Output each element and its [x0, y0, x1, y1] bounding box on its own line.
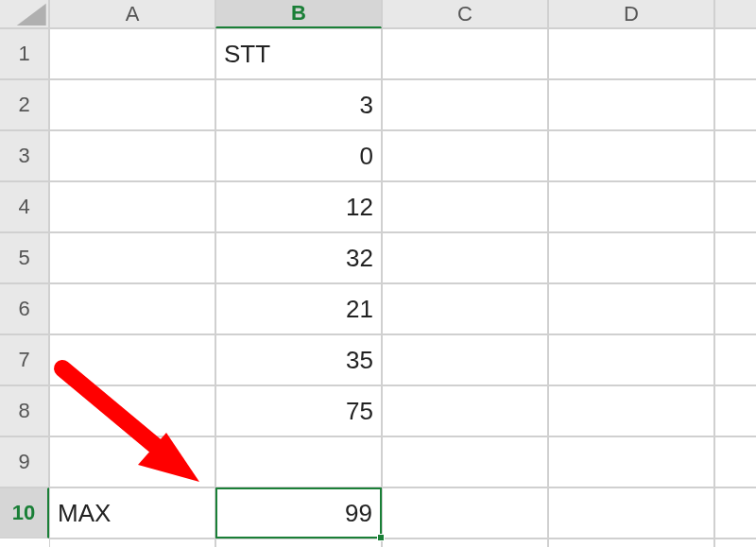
row-header-label: 7: [18, 348, 29, 372]
cell-2[interactable]: [714, 79, 756, 130]
cell-B3[interactable]: 0: [215, 130, 382, 181]
cell-10[interactable]: [714, 487, 756, 538]
annotation-arrow-icon: [43, 350, 223, 501]
cell-D3[interactable]: [548, 130, 714, 181]
cell-B6[interactable]: 21: [215, 283, 382, 334]
cell-D4[interactable]: [548, 181, 714, 232]
column-header-label: D: [624, 2, 639, 26]
cell-A[interactable]: [49, 538, 215, 547]
cell-B10[interactable]: 99: [215, 487, 382, 538]
column-header-label: B: [291, 1, 306, 26]
row-header-4[interactable]: 4: [0, 181, 49, 232]
cell-C4[interactable]: [382, 181, 548, 232]
cell-1[interactable]: [714, 28, 756, 79]
cell-value: 99: [345, 499, 372, 528]
select-all-corner[interactable]: [0, 0, 49, 28]
row-header-1[interactable]: 1: [0, 28, 49, 79]
row-header-8[interactable]: 8: [0, 385, 49, 436]
svg-marker-0: [17, 4, 46, 26]
cell-C[interactable]: [382, 538, 548, 547]
cell-3[interactable]: [714, 130, 756, 181]
row-header-label: 3: [18, 144, 29, 168]
row-header-label: 5: [18, 246, 29, 270]
cell-value: 3: [360, 91, 373, 120]
spreadsheet-grid[interactable]: ABCD 12345678910 STT301232213575MAX99: [0, 0, 756, 547]
cell-value: 32: [346, 244, 373, 273]
cell-C6[interactable]: [382, 283, 548, 334]
select-all-triangle-icon: [0, 0, 48, 27]
cell-D6[interactable]: [548, 283, 714, 334]
row-header-10[interactable]: 10: [0, 487, 49, 538]
cell-6[interactable]: [714, 283, 756, 334]
row-header-9[interactable]: 9: [0, 436, 49, 487]
cell-C7[interactable]: [382, 334, 548, 385]
row-header-2[interactable]: 2: [0, 79, 49, 130]
row-header-label: 4: [18, 195, 29, 219]
cell-B7[interactable]: 35: [215, 334, 382, 385]
column-header-D[interactable]: D: [548, 0, 714, 28]
cell-A4[interactable]: [49, 181, 215, 232]
column-header-B[interactable]: B: [215, 0, 382, 28]
row-header-5[interactable]: 5: [0, 232, 49, 283]
cell-value: 12: [346, 193, 373, 222]
cell-D7[interactable]: [548, 334, 714, 385]
cell-A5[interactable]: [49, 232, 215, 283]
column-header-label: A: [126, 2, 140, 26]
cell-A1[interactable]: [49, 28, 215, 79]
cell-B2[interactable]: 3: [215, 79, 382, 130]
cell-A3[interactable]: [49, 130, 215, 181]
fill-handle[interactable]: [377, 534, 385, 541]
cell-C8[interactable]: [382, 385, 548, 436]
cell-A2[interactable]: [49, 79, 215, 130]
cell-B5[interactable]: 32: [215, 232, 382, 283]
cell-D1[interactable]: [548, 28, 714, 79]
cell-B[interactable]: [215, 538, 382, 547]
column-header-label: C: [457, 2, 472, 26]
cell-value: 0: [360, 142, 373, 171]
cell-C9[interactable]: [382, 436, 548, 487]
cell-value: 75: [346, 397, 373, 426]
cell-9[interactable]: [714, 436, 756, 487]
cell-value: MAX: [58, 499, 111, 528]
cell-C3[interactable]: [382, 130, 548, 181]
row-header-label: 6: [18, 297, 29, 321]
cell-C2[interactable]: [382, 79, 548, 130]
row-header-7[interactable]: 7: [0, 334, 49, 385]
cell-C10[interactable]: [382, 487, 548, 538]
cell-C1[interactable]: [382, 28, 548, 79]
cell-8[interactable]: [714, 385, 756, 436]
cell-value: STT: [224, 40, 270, 69]
cell-5[interactable]: [714, 232, 756, 283]
row-header-label: 1: [18, 42, 29, 66]
cell-value: 35: [346, 346, 373, 375]
cell-D10[interactable]: [548, 487, 714, 538]
cell-D[interactable]: [548, 538, 714, 547]
cell-value: 21: [346, 295, 373, 324]
column-header-A[interactable]: A: [49, 0, 215, 28]
cell-overflow[interactable]: [714, 538, 756, 547]
column-header-overflow[interactable]: [714, 0, 756, 28]
cell-B8[interactable]: 75: [215, 385, 382, 436]
cell-B1[interactable]: STT: [215, 28, 382, 79]
cell-D2[interactable]: [548, 79, 714, 130]
cell-D5[interactable]: [548, 232, 714, 283]
column-header-C[interactable]: C: [382, 0, 548, 28]
cell-B9[interactable]: [215, 436, 382, 487]
cell-B4[interactable]: 12: [215, 181, 382, 232]
row-header-6[interactable]: 6: [0, 283, 49, 334]
cell-D9[interactable]: [548, 436, 714, 487]
cell-C5[interactable]: [382, 232, 548, 283]
row-header-label: 10: [12, 501, 35, 525]
row-header-label: 2: [18, 93, 29, 117]
row-header-label: 8: [18, 399, 29, 423]
row-header-label: 9: [18, 450, 29, 474]
cell-7[interactable]: [714, 334, 756, 385]
cell-D8[interactable]: [548, 385, 714, 436]
cell-4[interactable]: [714, 181, 756, 232]
row-header-3[interactable]: 3: [0, 130, 49, 181]
cell-A6[interactable]: [49, 283, 215, 334]
